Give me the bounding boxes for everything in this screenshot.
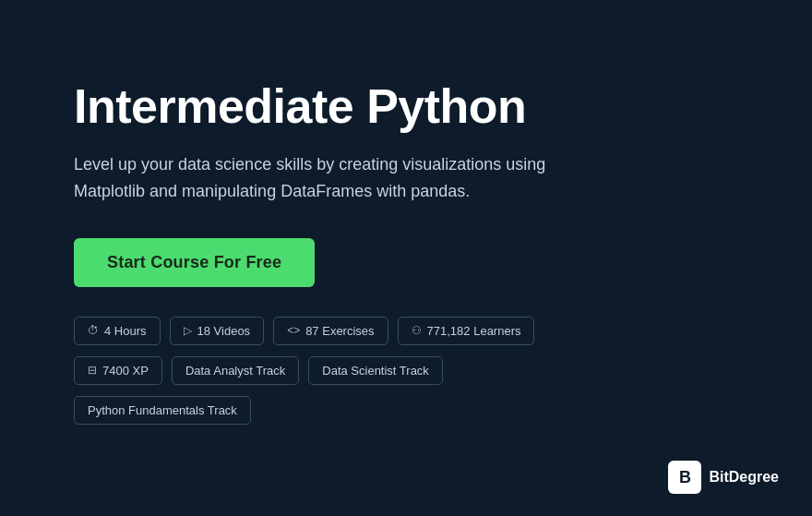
logo-badge: B <box>668 461 701 494</box>
tag-python-fundamentals-track: Python Fundamentals Track <box>74 396 251 425</box>
data-scientist-track-label: Data Scientist Track <box>322 364 429 378</box>
tag-hours-label: 4 Hours <box>104 324 147 338</box>
logo-text: BitDegree <box>709 469 779 486</box>
clock-icon: ⏱ <box>88 324 99 337</box>
tag-xp-label: 7400 XP <box>102 364 149 378</box>
tag-data-scientist-track: Data Scientist Track <box>308 356 443 385</box>
tag-hours: ⏱ 4 Hours <box>74 317 161 345</box>
tags-row-2: ⊟ 7400 XP Data Analyst Track Data Scient… <box>74 356 554 385</box>
code-icon: <> <box>287 324 300 337</box>
main-content: Intermediate Python Level up your data s… <box>0 25 627 491</box>
data-analyst-track-label: Data Analyst Track <box>185 364 285 378</box>
tag-exercises-label: 87 Exercises <box>305 324 374 338</box>
xp-icon: ⊟ <box>88 364 97 377</box>
start-course-button[interactable]: Start Course For Free <box>74 238 315 287</box>
bitdegree-logo: B BitDegree <box>668 461 779 494</box>
tag-data-analyst-track: Data Analyst Track <box>172 356 299 385</box>
tag-exercises: <> 87 Exercises <box>273 317 388 345</box>
play-icon: ▷ <box>184 324 192 337</box>
tag-xp: ⊟ 7400 XP <box>74 356 162 385</box>
tag-learners-label: 771,182 Learners <box>427 324 521 338</box>
tag-videos-label: 18 Videos <box>197 324 251 338</box>
course-description: Level up your data science skills by cre… <box>74 151 554 205</box>
tag-learners: ⚇ 771,182 Learners <box>398 317 535 345</box>
page-title: Intermediate Python <box>74 80 554 133</box>
tags-row-3: Python Fundamentals Track <box>74 396 554 425</box>
tags-row-1: ⏱ 4 Hours ▷ 18 Videos <> 87 Exercises ⚇ … <box>74 317 554 345</box>
tag-videos: ▷ 18 Videos <box>170 317 265 345</box>
learners-icon: ⚇ <box>412 324 422 337</box>
python-fundamentals-track-label: Python Fundamentals Track <box>88 403 237 417</box>
